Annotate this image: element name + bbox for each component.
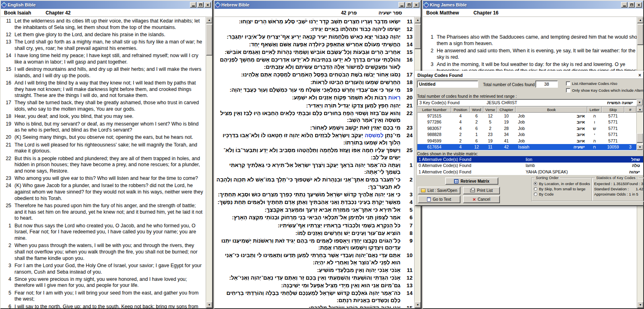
column-header[interactable]: Position bbox=[451, 107, 470, 113]
scroll-thumb[interactable] bbox=[415, 24, 421, 49]
scroll-down-icon[interactable]: ▼ bbox=[637, 302, 644, 308]
column-header[interactable]: # bbox=[624, 107, 636, 113]
scroll-down-icon[interactable]: ▼ bbox=[415, 302, 421, 308]
verse-row[interactable]: 1וְעַתָּה כֹּה־אָמַר יְהוָה בֹּרַאֲךָ יַ… bbox=[216, 162, 413, 176]
verse-row[interactable]: 4מֵאֲשֶׁר יָקַרְתָּ בְעֵינַי נִכְבַּדְתָ… bbox=[216, 199, 413, 206]
verse-row[interactable]: 11אָנֹכִי אָנֹכִי יְהוָה וְאֵין מִבַּלְע… bbox=[216, 267, 413, 274]
verse-row[interactable]: 2When you pass through the waters, I wil… bbox=[2, 243, 204, 262]
verse-row[interactable]: 10אַתֶּם עֵדַי נְאֻם־יְהוָה וְעַבְדִּי א… bbox=[216, 252, 413, 266]
column-header[interactable]: Verse bbox=[483, 107, 497, 113]
verse-row[interactable]: 11יִשְׂאוּ מִדְבָּר וְעָרָיו חֲצֵרִים תֵ… bbox=[216, 18, 413, 25]
radio-icon[interactable] bbox=[534, 187, 537, 191]
verse-row[interactable]: 21The Lord is well pleased for his right… bbox=[2, 142, 204, 154]
matrix-row[interactable]: 1 Alternative Code(s) Foundlionשחל bbox=[417, 156, 643, 163]
verse-row[interactable]: 25Therefore he has poured upon him the f… bbox=[2, 203, 204, 222]
only-key-codes-checkbox[interactable]: Only show Key Codes which include Altern… bbox=[566, 88, 643, 93]
table-scrollbar[interactable]: ▲ ▼ bbox=[636, 107, 643, 150]
verse-row[interactable]: 6אֹמַר לַצָּפוֹן תֵּנִי וּלְתֵימָן אַל־ת… bbox=[216, 214, 413, 221]
verse-row[interactable]: 15אֲנִי יְהוָה קְדוֹשְׁכֶם בּוֹרֵא יִשְׂ… bbox=[216, 305, 413, 307]
verse-row[interactable]: 4Since you were precious in my sight, yo… bbox=[2, 276, 204, 289]
verse-row[interactable]: 19מִי עִוֵּר כִּי אִם־עַבְדִּי וְחֵרֵשׁ … bbox=[216, 87, 413, 94]
restore-button[interactable] bbox=[197, 2, 204, 8]
verse-row[interactable]: 23מִי בָכֶם יַאֲזִין זֹאת יַקְשִׁב וְיִש… bbox=[216, 124, 413, 132]
verse-row[interactable]: 9כָּל־הַגּוֹיִם נִקְבְּצוּ יַחְדָּו וְיֵ… bbox=[216, 237, 413, 251]
verse-row[interactable]: 11Let the wilderness and its cities lift… bbox=[2, 18, 204, 31]
verse-row[interactable]: 8הוֹצִיא עַם־עִוֵּר וְעֵינַיִם יֵשׁ וְחֵ… bbox=[216, 230, 413, 237]
list-name-input[interactable]: Untitled bbox=[417, 80, 478, 88]
verse-row[interactable]: 7כֹּל הַנִּקְרָא בִשְׁמִי וְלִכְבוֹדִי ב… bbox=[216, 222, 413, 229]
list-save-open-button[interactable]: List : Save/Open bbox=[418, 187, 460, 194]
verse-row[interactable]: 14הֶחֱשֵׁיתִי מֵעוֹלָם אַחֲרִישׁ אֶתְאַפ… bbox=[216, 41, 413, 48]
verse-row[interactable]: 17They shall be turned back, they shall … bbox=[2, 100, 204, 112]
verse-row[interactable]: 21יְהוָה חָפֵץ לְמַעַן צִדְקוֹ יַגְדִּיל… bbox=[216, 102, 413, 109]
scroll-up-icon[interactable]: ▲ bbox=[206, 17, 213, 23]
english-scrollbar[interactable]: ▲ ▼ bbox=[206, 17, 212, 308]
column-header[interactable]: Word bbox=[470, 107, 483, 113]
verse-row[interactable]: 13The Lord shall go forth as a mighty ma… bbox=[2, 39, 204, 52]
verse-row[interactable]: 12יָשִׂימוּ לַיהוָה כָּבוֹד וּתְהִלָּתוֹ… bbox=[216, 26, 413, 33]
column-header[interactable]: Skip bbox=[602, 107, 624, 113]
english-titlebar[interactable]: English Bible × bbox=[1, 1, 212, 9]
column-header[interactable]: Chapter bbox=[497, 107, 516, 113]
scroll-up-icon[interactable]: ▲ bbox=[637, 17, 644, 23]
verse-row[interactable]: 23Who among you will give ear to this? W… bbox=[2, 175, 204, 182]
verse-row[interactable]: 14I have long time held my peace; I have… bbox=[2, 53, 204, 65]
verse-row[interactable]: 13גַּם־מִיּוֹם אֲנִי הוּא וְאֵין מִיָּדִ… bbox=[216, 282, 413, 289]
verse-row[interactable]: 15I will destroy mountains and hills, an… bbox=[2, 66, 204, 79]
table-row[interactable]: 6176544121142Isaiahישעיהח100593 bbox=[417, 144, 643, 150]
scroll-thumb[interactable] bbox=[637, 24, 644, 45]
scroll-thumb[interactable] bbox=[637, 133, 643, 143]
restore-button[interactable] bbox=[628, 2, 635, 8]
radio-icon[interactable] bbox=[534, 192, 537, 196]
scroll-down-icon[interactable]: ▼ bbox=[206, 302, 213, 308]
scroll-down-icon[interactable]: ▼ bbox=[637, 144, 643, 150]
retrieve-matrix-button[interactable]: Retrieve Matrix bbox=[445, 177, 498, 185]
table-row[interactable]: 994599261941Jobאיובה5771 bbox=[417, 138, 643, 144]
verse-row[interactable]: 24(K) Who gave Jacob for a plunder, and … bbox=[2, 183, 204, 202]
scroll-up-icon[interactable]: ▲ bbox=[637, 107, 643, 112]
verse-row[interactable]: 1The Pharisees also with the Sadducees c… bbox=[425, 34, 642, 47]
close-button[interactable]: × bbox=[204, 2, 211, 8]
sort-option[interactable]: By Code bbox=[534, 192, 590, 197]
minimize-button[interactable] bbox=[398, 2, 405, 8]
scroll-thumb[interactable] bbox=[206, 24, 213, 56]
verse-row[interactable]: 2He answered and said unto them, When it… bbox=[425, 48, 642, 60]
table-row[interactable]: 98305746228Jobאיובש5771 bbox=[417, 125, 643, 132]
verse-row[interactable]: 15אַחֲרִיב הָרִים וּגְבָעוֹת וְכָל־עֶשְׂ… bbox=[216, 49, 413, 56]
verse-row[interactable]: 18הַחֵרְשִׁים שְׁמָעוּ וְהַעִוְרִים הַבִ… bbox=[216, 79, 413, 86]
close-button[interactable]: × bbox=[413, 2, 419, 8]
verse-row[interactable]: 19Who is blind, but my servant? or deaf,… bbox=[2, 121, 204, 134]
matrix-row[interactable]: 0 Alternative Code(s) Foundlambטלה bbox=[417, 163, 643, 169]
dropdown-button[interactable]: ▼ bbox=[636, 99, 643, 105]
verse-row[interactable]: 14כֹּה־אָמַר יְהוָה גֹּאַלְכֶם קְדוֹשׁ י… bbox=[216, 290, 413, 304]
verse-row[interactable]: 2כִּי־תַעֲבֹר בַּמַּיִם אִתְּךָ־אָנִי וּ… bbox=[216, 176, 413, 190]
verse-row[interactable]: 12Let them give glory to the Lord, and d… bbox=[2, 32, 204, 38]
table-row[interactable]: 988828212334Jobאיובי5771 bbox=[417, 132, 643, 138]
dialog-titlebar[interactable]: Display Codes Found × bbox=[415, 72, 643, 79]
table-row[interactable]: 971515461210Jobאיובה5771 bbox=[417, 113, 643, 119]
verse-row[interactable]: 3For I am the Lord your God, the Holy On… bbox=[2, 263, 204, 275]
verse-row[interactable]: 16And I will bring the blind by a way th… bbox=[2, 80, 204, 99]
verse-row[interactable]: 5Fear not; for I am with you; I will bri… bbox=[2, 290, 204, 303]
verse-row[interactable]: 18Hear, you deaf; and look, you blind, t… bbox=[2, 113, 204, 120]
verse-row[interactable]: 13יְהוָה כַּגִּבּוֹר יֵצֵא כְּאִישׁ מִלְ… bbox=[216, 33, 413, 41]
verse-row[interactable]: 22But this is a people robbed and plunde… bbox=[2, 156, 204, 175]
key-code-selector[interactable]: 3 Key Code(s) Found JESUS CHRIST ישועה ה… bbox=[417, 99, 643, 106]
verse-row[interactable]: 22וְהוּא עַם־בָּזוּז וְשָׁסוּי הָפֵחַ בַ… bbox=[216, 110, 413, 124]
matrix-row[interactable]: 1 Alternative Code(s) FoundYAHA (DONA SP… bbox=[417, 169, 643, 175]
sort-option[interactable]: By Location, in order of Books bbox=[534, 181, 590, 186]
go-to-text-button[interactable]: Go to Text bbox=[418, 196, 460, 203]
list-alternative-codes-checkbox[interactable]: List Alternative Codes Also bbox=[566, 81, 643, 86]
verse-row[interactable]: 25וַיִּשְׁפֹּךְ עָלָיו חֵמָה אַפּוֹ וֶעֱ… bbox=[216, 147, 413, 161]
close-button[interactable]: × bbox=[636, 2, 642, 8]
checkbox-icon[interactable] bbox=[566, 88, 570, 93]
minimize-button[interactable] bbox=[190, 2, 196, 8]
verse-row[interactable]: 20(K) Seeing many things, but you observ… bbox=[2, 134, 204, 141]
restore-button[interactable] bbox=[406, 2, 412, 8]
print-list-button[interactable]: Print List bbox=[463, 187, 500, 194]
verse-row[interactable]: 3כִּי אֲנִי יְהוָה אֱלֹהֶיךָ קְדוֹשׁ יִש… bbox=[216, 191, 413, 198]
verse-row[interactable]: 12אָנֹכִי הִגַּדְתִּי וְהוֹשַׁעְתִּי וְה… bbox=[216, 274, 413, 282]
column-header[interactable]: Letter Number bbox=[417, 107, 451, 113]
verse-row[interactable]: 17נָסֹגוּ אָחוֹר יֵבֹשׁוּ בֹשֶׁת הַבֹּטְ… bbox=[216, 71, 413, 78]
verse-row[interactable]: 1But now thus says the Lord who created … bbox=[2, 223, 204, 242]
